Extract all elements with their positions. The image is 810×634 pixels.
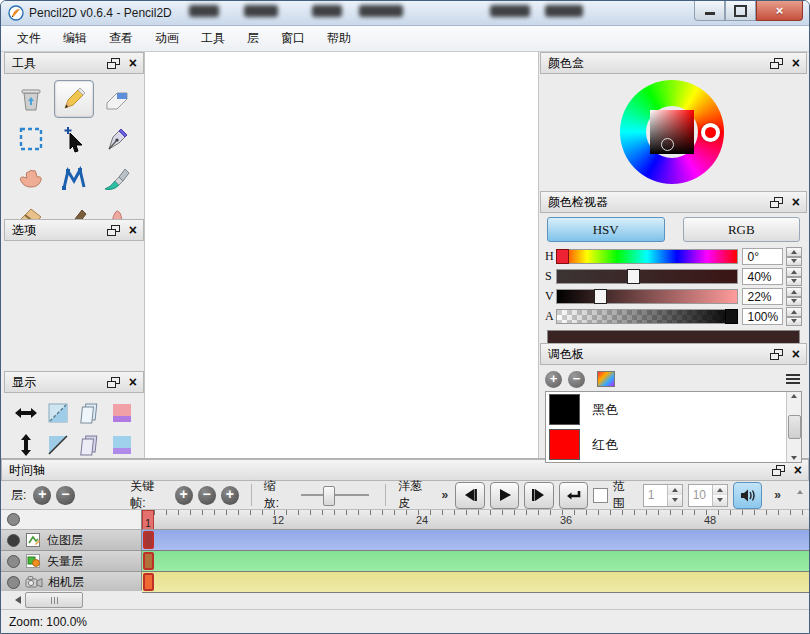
range-start-spinbox[interactable]: 1 <box>643 484 683 507</box>
keyframe-marker[interactable] <box>143 531 154 549</box>
float-panel-icon[interactable] <box>107 58 120 69</box>
add-color-button[interactable]: + <box>545 371 562 388</box>
float-panel-icon[interactable] <box>772 465 785 476</box>
add-keyframe-button[interactable]: + <box>175 486 193 505</box>
scroll-up-icon[interactable] <box>791 394 797 398</box>
duplicate-keyframe-button[interactable]: + <box>221 486 239 505</box>
palette-item-red[interactable]: 红色 <box>546 427 801 462</box>
eraser-tool-button[interactable] <box>98 81 136 117</box>
polyline-tool-button[interactable] <box>55 161 93 197</box>
black-swatch[interactable] <box>549 394 580 425</box>
remove-keyframe-button[interactable]: − <box>198 486 216 505</box>
mirror-horizontal-button[interactable] <box>47 402 69 424</box>
menu-animation[interactable]: 动画 <box>144 27 190 50</box>
palette-menu-icon[interactable] <box>786 374 802 384</box>
bitmap-track[interactable] <box>142 530 809 551</box>
alpha-slider[interactable] <box>556 309 739 324</box>
flip-vertical-button[interactable] <box>17 433 35 457</box>
clear-tool-button[interactable] <box>12 81 50 117</box>
onion-blue-button[interactable] <box>112 435 132 455</box>
remove-color-button[interactable]: − <box>568 371 585 388</box>
zoom-slider-thumb[interactable] <box>323 486 335 506</box>
pen-tool-button[interactable] <box>98 121 136 157</box>
spin-down-button[interactable] <box>786 257 802 267</box>
close-panel-icon[interactable]: × <box>790 347 802 361</box>
onion-expand-icon[interactable]: » <box>439 488 450 502</box>
select-tool-button[interactable] <box>12 121 50 157</box>
close-panel-icon[interactable]: × <box>127 375 139 389</box>
alpha-handle[interactable] <box>725 309 738 324</box>
pencil-tool-button[interactable] <box>54 80 94 118</box>
layer-row-vector[interactable]: 矢量层 <box>1 551 141 572</box>
hue-wheel[interactable] <box>620 80 724 184</box>
value-value[interactable]: 22% <box>742 288 783 305</box>
visibility-dot[interactable] <box>7 513 20 526</box>
color-dialog-icon[interactable] <box>597 371 615 387</box>
spin-up-button[interactable] <box>713 485 727 496</box>
hue-cursor[interactable] <box>701 123 720 142</box>
remove-layer-button[interactable]: − <box>56 486 74 505</box>
visibility-dot[interactable] <box>7 534 20 547</box>
float-panel-icon[interactable] <box>770 58 783 69</box>
move-tool-button[interactable] <box>55 121 93 157</box>
close-panel-icon[interactable]: × <box>792 463 804 477</box>
saturation-value-square[interactable] <box>650 110 694 154</box>
hscroll-thumb[interactable] <box>25 592 83 608</box>
spin-down-button[interactable] <box>786 317 802 327</box>
spin-up-button[interactable] <box>668 485 682 496</box>
saturation-handle[interactable] <box>627 269 640 284</box>
camera-track[interactable] <box>142 572 809 593</box>
tab-hsv[interactable]: HSV <box>547 217 665 242</box>
saturation-value[interactable]: 40% <box>742 268 783 285</box>
close-panel-icon[interactable]: × <box>790 195 802 209</box>
close-panel-icon[interactable]: × <box>127 56 139 70</box>
spin-up-button[interactable] <box>786 247 802 257</box>
bucket-tool-button[interactable] <box>12 201 50 219</box>
finger-tool-button[interactable] <box>98 201 136 219</box>
minimize-button[interactable] <box>694 1 725 21</box>
menu-view[interactable]: 查看 <box>98 27 144 50</box>
smudge-tool-button[interactable] <box>98 161 136 197</box>
scroll-thumb[interactable] <box>788 415 801 439</box>
next-frame-button[interactable] <box>524 482 554 509</box>
range-end-spinbox[interactable]: 10 <box>688 484 728 507</box>
current-frame-marker[interactable]: 1 <box>142 510 154 530</box>
visibility-dot[interactable] <box>7 576 20 589</box>
spin-down-button[interactable] <box>668 495 682 506</box>
value-handle[interactable] <box>594 289 607 304</box>
flip-horizontal-button[interactable] <box>14 404 38 422</box>
timeline-zoom-slider[interactable] <box>301 486 369 504</box>
range-checkbox[interactable] <box>593 488 607 503</box>
visibility-dot[interactable] <box>7 555 20 568</box>
sound-button[interactable] <box>733 482 763 509</box>
tab-rgb[interactable]: RGB <box>683 217 801 242</box>
brush-tool-button[interactable] <box>55 201 93 219</box>
float-panel-icon[interactable] <box>770 197 783 208</box>
close-panel-icon[interactable]: × <box>790 56 802 70</box>
float-panel-icon[interactable] <box>107 225 120 236</box>
previous-frame-button[interactable] <box>455 482 485 509</box>
restore-button[interactable] <box>725 1 756 21</box>
hand-tool-button[interactable] <box>12 161 50 197</box>
keyframe-marker[interactable] <box>143 552 154 570</box>
hue-slider[interactable] <box>556 249 739 264</box>
spin-down-button[interactable] <box>713 495 727 506</box>
scroll-left-icon[interactable] <box>15 596 21 604</box>
palette-item-black[interactable]: 黑色 <box>546 392 801 427</box>
loop-button[interactable] <box>559 482 589 509</box>
play-button[interactable] <box>490 482 520 509</box>
drawing-canvas[interactable] <box>144 52 539 458</box>
palette-scrollbar[interactable] <box>786 392 801 462</box>
float-panel-icon[interactable] <box>107 377 120 388</box>
value-slider[interactable] <box>556 289 739 304</box>
spin-up-button[interactable] <box>786 287 802 297</box>
mirror-vertical-button[interactable] <box>47 434 69 456</box>
add-layer-button[interactable]: + <box>33 486 51 505</box>
red-swatch[interactable] <box>549 429 580 460</box>
onion-prev-button[interactable] <box>80 402 100 424</box>
layer-row-bitmap[interactable]: 位图层 <box>1 530 141 551</box>
timeline-overflow-icon[interactable]: » <box>772 488 783 502</box>
hue-value[interactable]: 0° <box>742 248 783 265</box>
onion-next-button[interactable] <box>80 434 100 456</box>
timeline-scroll-up[interactable] <box>792 484 807 499</box>
